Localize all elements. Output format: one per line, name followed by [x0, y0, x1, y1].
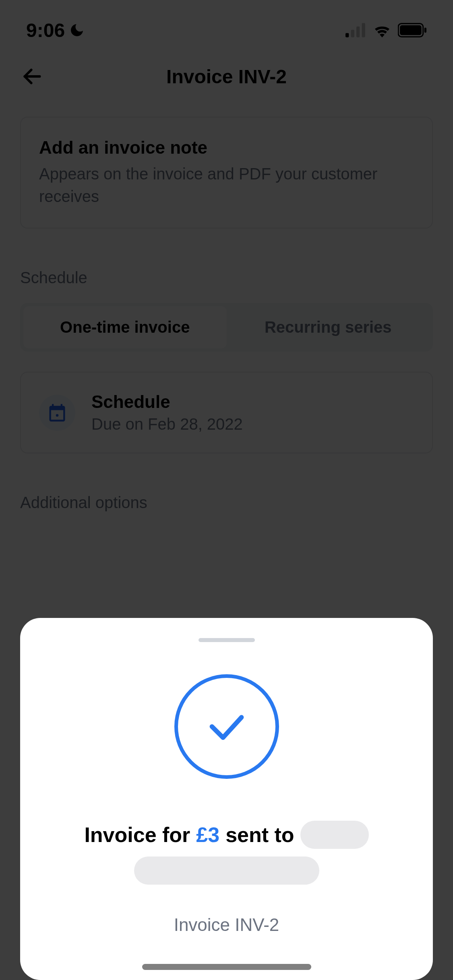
redacted-recipient-2 [134, 856, 319, 885]
modal-title-prefix: Invoice for [84, 819, 190, 850]
home-indicator[interactable] [142, 964, 311, 970]
success-circle [174, 674, 279, 779]
modal-title-suffix: sent to [225, 819, 294, 850]
modal-amount: £3 [196, 819, 219, 850]
modal-drag-handle[interactable] [199, 638, 255, 642]
modal-title: Invoice for £3 sent to [52, 819, 401, 885]
checkmark-icon [205, 704, 249, 749]
modal-subtitle: Invoice INV-2 [174, 915, 279, 935]
success-modal: Invoice for £3 sent to Invoice INV-2 [20, 618, 433, 980]
redacted-recipient-1 [300, 821, 369, 849]
